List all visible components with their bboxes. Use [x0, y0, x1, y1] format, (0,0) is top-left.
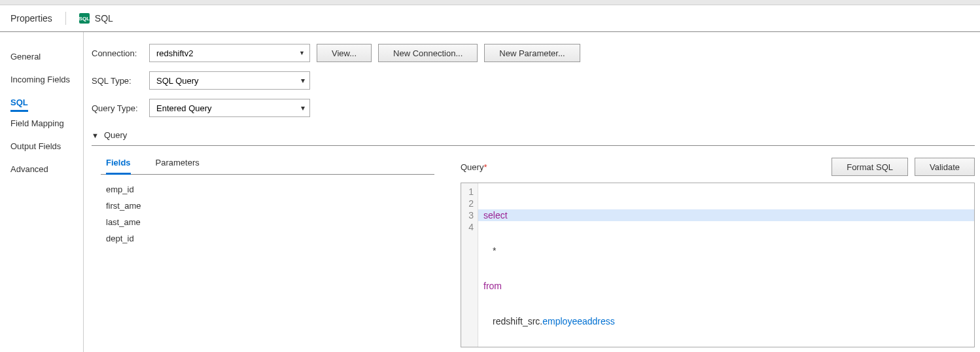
query-section-title: Query — [104, 130, 127, 140]
sql-type-label: SQL Type: — [92, 76, 143, 86]
field-item[interactable]: last_ame — [106, 214, 434, 230]
window-top-bar — [0, 0, 980, 5]
properties-header: Properties SQL SQL — [0, 5, 980, 32]
field-item[interactable]: first_ame — [106, 198, 434, 214]
code-area[interactable]: select * from redshift_src.employeeaddre… — [478, 183, 974, 347]
sidebar-item-incoming-fields[interactable]: Incoming Fields — [10, 68, 83, 91]
header-divider — [65, 12, 66, 25]
sql-icon: SQL — [79, 13, 90, 24]
tab-fields[interactable]: Fields — [106, 158, 131, 175]
editor-label: Query — [461, 162, 483, 172]
fields-list: emp_id first_ame last_ame dept_id — [101, 175, 434, 247]
sidebar: General Incoming Fields SQL Field Mappin… — [0, 32, 84, 352]
connection-select[interactable]: redshiftv2 — [149, 44, 310, 62]
connection-label: Connection: — [92, 48, 143, 58]
view-button[interactable]: View... — [317, 44, 372, 62]
header-title: Properties — [10, 13, 52, 24]
sql-code-editor[interactable]: 1 2 3 4 select * from redshift_src.emplo… — [461, 183, 975, 347]
line-number-gutter: 1 2 3 4 — [461, 183, 478, 347]
editor-panel: Query* Format SQL Validate 1 2 3 4 — [461, 158, 975, 347]
sidebar-item-general[interactable]: General — [10, 45, 83, 68]
field-item[interactable]: emp_id — [106, 181, 434, 198]
query-type-label: Query Type: — [92, 103, 143, 113]
sidebar-item-field-mapping[interactable]: Field Mapping — [10, 112, 83, 135]
new-connection-button[interactable]: New Connection... — [378, 44, 478, 62]
query-section-toggle[interactable]: ▼ Query — [92, 130, 975, 146]
query-type-select[interactable]: Entered Query — [149, 99, 310, 117]
content-area: Connection: redshiftv2 View... New Conne… — [84, 32, 980, 352]
new-parameter-button[interactable]: New Parameter... — [484, 44, 580, 62]
sidebar-item-output-fields[interactable]: Output Fields — [10, 135, 83, 158]
required-asterisk: * — [483, 162, 487, 172]
sidebar-item-sql[interactable]: SQL — [10, 91, 28, 112]
sidebar-item-advanced[interactable]: Advanced — [10, 158, 83, 181]
field-item[interactable]: dept_id — [106, 230, 434, 247]
format-sql-button[interactable]: Format SQL — [831, 158, 908, 176]
header-sql-label: SQL — [95, 13, 113, 24]
validate-button[interactable]: Validate — [915, 158, 975, 176]
fields-panel: Fields Parameters emp_id first_ame last_… — [101, 158, 434, 347]
sql-type-select[interactable]: SQL Query — [149, 71, 310, 90]
chevron-down-icon: ▼ — [92, 132, 99, 139]
tab-parameters[interactable]: Parameters — [156, 158, 200, 174]
